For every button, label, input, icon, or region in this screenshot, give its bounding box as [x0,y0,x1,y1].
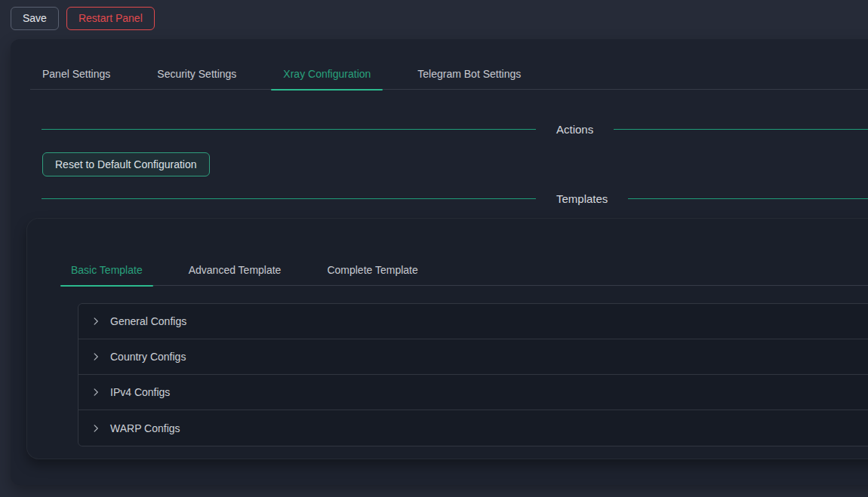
templates-card: Basic Template Advanced Template Complet… [26,218,868,459]
settings-card: Panel Settings Security Settings Xray Co… [11,39,868,485]
actions-divider-title: Actions [536,123,614,136]
settings-tab-bar: Panel Settings Security Settings Xray Co… [30,59,868,90]
template-tab-bar: Basic Template Advanced Template Complet… [60,255,868,286]
chevron-right-icon [91,352,100,361]
tab-panel-settings[interactable]: Panel Settings [30,59,122,89]
actions-divider: Actions [42,123,868,136]
divider-line [42,129,536,130]
templates-divider-title: Templates [536,192,628,205]
collapse-item-label: Country Configs [110,351,186,363]
save-button[interactable]: Save [11,7,59,30]
chevron-right-icon [91,424,100,433]
page: { "topbar": { "save_label": "Save", "res… [0,0,868,497]
divider-line [42,198,536,200]
tab-xray-configuration[interactable]: Xray Configuration [271,59,383,89]
collapse-item-label: IPv4 Configs [110,386,170,398]
restart-panel-button[interactable]: Restart Panel [66,7,155,30]
collapse-item-label: General Configs [110,315,186,327]
collapse-item-country-configs[interactable]: Country Configs [78,339,868,375]
tab-telegram-bot-settings[interactable]: Telegram Bot Settings [405,59,533,89]
collapse-item-label: WARP Configs [110,422,180,434]
collapse-item-warp-configs[interactable]: WARP Configs [78,410,868,446]
tab-security-settings[interactable]: Security Settings [145,59,248,89]
reset-to-default-button[interactable]: Reset to Default Configuration [42,152,210,176]
collapse-item-general-configs[interactable]: General Configs [78,304,868,339]
topbar: Save Restart Panel [0,0,868,36]
divider-line [614,129,868,130]
collapse-item-ipv4-configs[interactable]: IPv4 Configs [78,375,868,410]
config-collapse-list: General Configs Country Configs IPv4 Con… [78,303,868,446]
templates-divider: Templates [42,192,868,205]
tab-basic-template[interactable]: Basic Template [60,255,153,285]
tab-complete-template[interactable]: Complete Template [316,255,428,285]
chevron-right-icon [91,317,100,326]
divider-line [628,198,868,200]
tab-advanced-template[interactable]: Advanced Template [178,255,292,285]
chevron-right-icon [91,388,100,397]
